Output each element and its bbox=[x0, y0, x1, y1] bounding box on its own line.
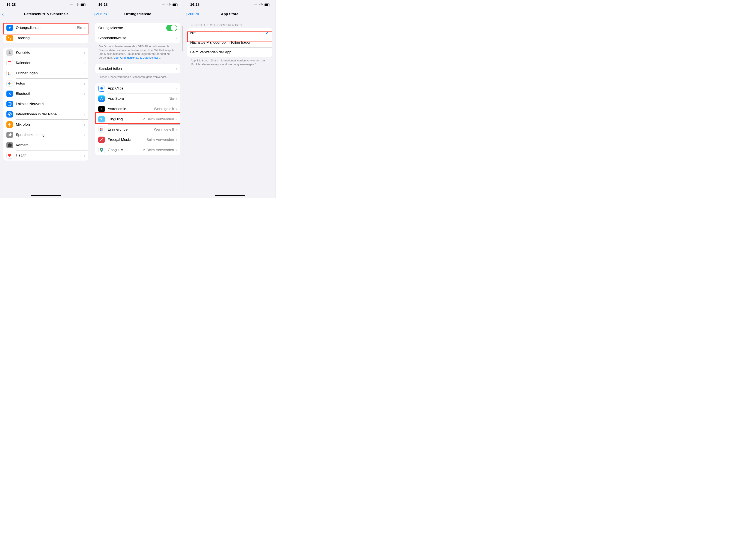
option-ask-next-time[interactable]: Nächstes Mal oder beim Teilen fragen bbox=[187, 38, 272, 47]
back-button[interactable]: ‹ Zurück bbox=[94, 11, 107, 17]
row-label: Spracherkennung bbox=[16, 133, 84, 137]
row-label: Erinnerungen bbox=[16, 71, 84, 75]
svg-rect-47 bbox=[270, 4, 270, 5]
about-location-privacy-link[interactable]: Über Ortungsdienste & Datenschutz … bbox=[114, 56, 162, 59]
content: Ortungsdienste Standorthinweise › Die Or… bbox=[92, 23, 184, 155]
status-bar: 16:28 •••• bbox=[92, 0, 184, 9]
status-bar: 16:28 •••• bbox=[184, 0, 275, 9]
row-standort-teilen[interactable]: Standort teilen › bbox=[95, 64, 180, 73]
row-label: Kalender bbox=[16, 61, 84, 65]
chevron-right-icon: › bbox=[176, 127, 177, 132]
toggle-switch[interactable] bbox=[166, 25, 177, 31]
row-label: DingDing bbox=[108, 117, 142, 121]
row-lokales-netzwerk[interactable]: Lokales Netzwerk › bbox=[3, 99, 88, 109]
home-indicator[interactable] bbox=[215, 195, 245, 196]
row-fotos[interactable]: Fotos › bbox=[3, 78, 88, 89]
chevron-right-icon: › bbox=[84, 102, 85, 107]
svg-point-19 bbox=[9, 114, 10, 115]
screen-privacy: 16:28 •••• ‹ Datenschutz & Sicherheit Or… bbox=[0, 0, 92, 198]
svg-point-36 bbox=[101, 109, 102, 109]
svg-rect-1 bbox=[81, 4, 84, 6]
row-google-maps[interactable]: Google M… Beim Verwenden › bbox=[95, 145, 180, 155]
svg-rect-42 bbox=[101, 129, 103, 130]
svg-rect-27 bbox=[11, 135, 12, 135]
home-indicator[interactable] bbox=[31, 195, 61, 196]
page-title: App Store bbox=[221, 12, 238, 16]
freegal-icon bbox=[98, 137, 105, 143]
svg-rect-24 bbox=[9, 134, 9, 136]
svg-point-8 bbox=[8, 74, 9, 75]
row-mikrofon[interactable]: Mikrofon › bbox=[3, 120, 88, 130]
row-value: Beim Verwenden bbox=[147, 117, 174, 121]
chevron-right-icon: › bbox=[176, 86, 177, 91]
row-astronomie[interactable]: Astronomie Wenn geteilt › bbox=[95, 104, 180, 114]
svg-rect-43 bbox=[101, 130, 103, 131]
row-standorthinweise[interactable]: Standorthinweise › bbox=[95, 33, 180, 43]
row-label: Fotos bbox=[16, 81, 84, 86]
microphone-icon bbox=[6, 121, 13, 128]
row-ortungsdienste-toggle[interactable]: Ortungsdienste bbox=[95, 23, 180, 33]
status-dots-icon: •••• bbox=[70, 3, 73, 6]
row-erinnerungen[interactable]: Erinnerungen › bbox=[3, 68, 88, 78]
row-label: Kontakte bbox=[16, 51, 84, 55]
location-used-icon bbox=[142, 149, 145, 152]
bluetooth-icon bbox=[6, 91, 13, 97]
back-button[interactable]: ‹ bbox=[2, 11, 4, 17]
app-explanation: App-Erklärung: „Diese Informationen werd… bbox=[187, 57, 272, 66]
row-value: Beim Verwenden bbox=[147, 138, 174, 142]
row-label: Interaktionen in der Nähe bbox=[16, 112, 84, 117]
svg-rect-5 bbox=[8, 62, 11, 65]
row-spracherkennung[interactable]: Spracherkennung › bbox=[3, 130, 88, 140]
row-value: Wenn geteilt bbox=[154, 127, 174, 132]
group-location-toggle: Ortungsdienste Standorthinweise › bbox=[95, 23, 180, 43]
row-dingding[interactable]: DingDing Beim Verwenden › bbox=[95, 114, 180, 124]
row-kamera[interactable]: Kamera › bbox=[3, 140, 88, 150]
svg-point-3 bbox=[9, 51, 10, 53]
dingding-icon bbox=[98, 116, 105, 123]
chevron-right-icon: › bbox=[84, 112, 85, 117]
row-tracking[interactable]: Tracking › bbox=[3, 33, 88, 43]
chevron-right-icon: › bbox=[84, 122, 85, 127]
svg-point-15 bbox=[8, 83, 10, 84]
footer-text: Dieses iPhone wird für die Standortfreig… bbox=[95, 73, 180, 79]
chevron-right-icon: › bbox=[84, 81, 85, 86]
page-title: Ortungsdienste bbox=[124, 12, 151, 16]
status-dots-icon: •••• bbox=[162, 3, 165, 6]
row-app-clips[interactable]: App Clips › bbox=[95, 83, 180, 94]
row-label: Freegal Music bbox=[108, 138, 147, 142]
row-kontakte[interactable]: Kontakte › bbox=[3, 48, 88, 58]
status-right: •••• bbox=[254, 3, 270, 6]
status-time: 16:28 bbox=[190, 3, 199, 7]
option-nie[interactable]: Nie ✓ bbox=[187, 28, 272, 38]
option-while-using[interactable]: Beim Verwenden der App bbox=[187, 47, 272, 57]
row-freegal[interactable]: Freegal Music Beim Verwenden › bbox=[95, 135, 180, 145]
svg-rect-23 bbox=[8, 134, 8, 136]
status-bar: 16:28 •••• bbox=[0, 0, 92, 9]
row-interaktionen[interactable]: Interaktionen in der Nähe › bbox=[3, 109, 88, 120]
row-app-store[interactable]: App Store Nie › bbox=[95, 94, 180, 104]
status-right: •••• bbox=[70, 3, 87, 6]
row-label: Health bbox=[16, 153, 84, 158]
row-erinnerungen-app[interactable]: Erinnerungen Wenn geteilt › bbox=[95, 124, 180, 135]
svg-rect-9 bbox=[9, 72, 11, 72]
chevron-right-icon: › bbox=[84, 61, 85, 66]
scroll-indicator[interactable] bbox=[183, 26, 183, 51]
row-label: Lokales Netzwerk bbox=[16, 102, 84, 106]
nav-bar: ‹ Datenschutz & Sicherheit bbox=[0, 9, 92, 19]
chevron-right-icon: › bbox=[176, 36, 177, 40]
row-label: Erinnerungen bbox=[108, 127, 154, 132]
content: ZUGRIFF AUF STANDORT ERLAUBEN Nie ✓ Näch… bbox=[184, 19, 275, 66]
chevron-left-icon: ‹ bbox=[2, 11, 4, 17]
row-kalender[interactable]: Kalender › bbox=[3, 58, 88, 68]
svg-rect-22 bbox=[9, 123, 10, 125]
back-button[interactable]: ‹ Zurück bbox=[186, 11, 199, 17]
row-health[interactable]: Health › bbox=[3, 150, 88, 161]
nav-bar: ‹ Zurück Ortungsdienste bbox=[92, 9, 184, 19]
chevron-right-icon: › bbox=[84, 91, 85, 96]
row-label: Bluetooth bbox=[16, 92, 84, 96]
status-time: 16:28 bbox=[98, 3, 108, 7]
row-ortungsdienste[interactable]: Ortungsdienste Ein › bbox=[3, 23, 88, 33]
row-value: Ein bbox=[77, 26, 82, 30]
svg-point-38 bbox=[100, 128, 101, 129]
row-bluetooth[interactable]: Bluetooth › bbox=[3, 89, 88, 99]
